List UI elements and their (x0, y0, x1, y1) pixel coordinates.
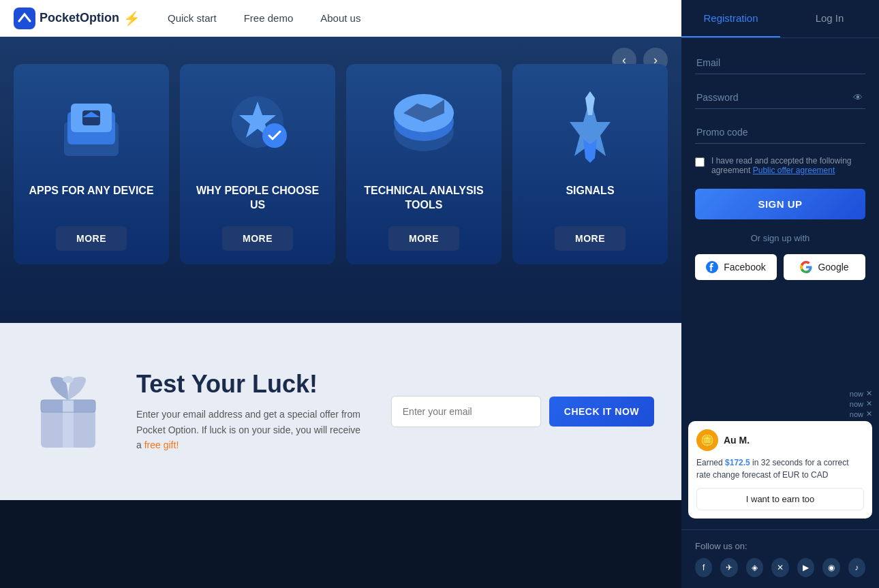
social-icon-tiktok[interactable]: ♪ (848, 558, 865, 577)
card-why-title: WHY PEOPLE CHOOSE US (191, 184, 324, 213)
facebook-label: Facebook (724, 262, 765, 273)
notif-time-2: now (850, 400, 863, 408)
agreement-text: I have read and accepted the following a… (711, 156, 865, 175)
luck-description: Enter your email address and get a speci… (136, 407, 364, 452)
tab-login[interactable]: Log In (780, 0, 879, 37)
luck-check-btn[interactable]: CHECK IT NOW (549, 397, 654, 427)
card-apps: APPS FOR ANY DEVICE MORE (14, 64, 169, 264)
auth-panel: Registration Log In 👁 I have read and ac… (681, 0, 879, 588)
cards-section: ‹ › APPS FOR ANY DEVICE MORE (0, 37, 681, 323)
luck-gift-image (27, 369, 109, 454)
luck-text: Test Your Luck! Enter your email address… (136, 370, 364, 452)
notif-amount: $172.5 (725, 458, 750, 467)
luck-title: Test Your Luck! (136, 370, 364, 399)
card-apps-btn[interactable]: MORE (56, 226, 127, 251)
notif-cta-btn[interactable]: I want to earn too (696, 488, 864, 510)
notif-close-2[interactable]: ✕ (866, 399, 872, 408)
google-icon (800, 261, 812, 273)
card-signals-btn[interactable]: MORE (555, 226, 626, 251)
notification-card: 🪙 Au M. Earned $172.5 in 32 seconds for … (688, 421, 872, 519)
notif-close-3[interactable]: ✕ (866, 409, 872, 418)
card-apps-title: APPS FOR ANY DEVICE (29, 184, 153, 198)
cards-grid: APPS FOR ANY DEVICE MORE WHY PEOPLE CHOO… (14, 50, 668, 264)
notification-area: now ✕ now ✕ now ✕ 🪙 Au M. Earned $172.5 … (681, 389, 879, 529)
luck-section: Test Your Luck! Enter your email address… (0, 323, 681, 500)
social-icon-discord[interactable]: ◉ (822, 558, 839, 577)
card-analysis-title: TECHNICAL ANALYSIS TOOLS (357, 184, 491, 213)
promo-input[interactable] (695, 121, 865, 144)
notif-username: Au M. (724, 435, 750, 446)
logo-text: PocketOption (40, 11, 119, 25)
agreement-checkbox[interactable] (695, 157, 705, 167)
email-input[interactable] (695, 52, 865, 74)
card-signals-icon (542, 78, 638, 173)
password-toggle-icon[interactable]: 👁 (853, 92, 863, 103)
agreement-link[interactable]: Public offer agreement (753, 166, 835, 175)
nav-quickstart[interactable]: Quick start (168, 12, 217, 24)
nav-freedemo[interactable]: Free demo (244, 12, 294, 24)
notif-row-3: now ✕ (688, 409, 872, 418)
notif-row-1: now ✕ (688, 389, 872, 398)
social-icons-row: f ✈ ◈ ✕ ▶ ◉ ♪ (695, 558, 865, 577)
luck-highlight: free gift! (144, 439, 179, 450)
follow-section: Follow us on: f ✈ ◈ ✕ ▶ ◉ ♪ (681, 529, 879, 588)
social-icon-telegram[interactable]: ✈ (720, 558, 737, 577)
promo-field (695, 121, 865, 144)
social-icon-instagram[interactable]: ◈ (746, 558, 763, 577)
svg-rect-0 (14, 7, 35, 29)
social-icon-youtube[interactable]: ▶ (797, 558, 814, 577)
card-signals-title: SIGNALS (566, 184, 614, 198)
auth-form: 👁 I have read and accepted the following… (681, 38, 879, 389)
notif-body: Earned $172.5 in 32 seconds for a correc… (696, 457, 864, 481)
main-content: ‹ › APPS FOR ANY DEVICE MORE (0, 37, 681, 500)
card-apps-icon (44, 78, 139, 173)
google-signin-btn[interactable]: Google (784, 254, 865, 280)
card-why-icon (210, 78, 305, 173)
signup-button[interactable]: SIGN UP (695, 189, 865, 219)
card-analysis: TECHNICAL ANALYSIS TOOLS MORE (346, 64, 502, 264)
tab-registration[interactable]: Registration (681, 0, 780, 37)
card-analysis-btn[interactable]: MORE (388, 226, 459, 251)
logo-bolt: ⚡ (123, 10, 140, 27)
notif-row-2: now ✕ (688, 399, 872, 408)
notif-time-3: now (850, 410, 863, 418)
card-signals: SIGNALS MORE (512, 64, 668, 264)
email-field (695, 52, 865, 74)
facebook-signin-btn[interactable]: Facebook (695, 254, 777, 280)
google-label: Google (818, 262, 848, 273)
logo[interactable]: PocketOption ⚡ (14, 7, 140, 29)
card-why: WHY PEOPLE CHOOSE US MORE (180, 64, 335, 264)
luck-form: CHECK IT NOW (391, 396, 654, 427)
auth-tabs: Registration Log In (681, 0, 879, 38)
social-icon-facebook[interactable]: f (695, 558, 712, 577)
or-divider: Or sign up with (695, 233, 865, 243)
facebook-icon (706, 261, 718, 273)
card-why-btn[interactable]: MORE (222, 226, 293, 251)
nav-about[interactable]: About us (320, 12, 360, 24)
card-analysis-icon (376, 78, 472, 173)
svg-rect-12 (63, 400, 74, 448)
notif-avatar: 🪙 (696, 429, 718, 451)
notif-card-top: 🪙 Au M. (696, 429, 864, 451)
notif-time-1: now (850, 390, 863, 398)
notif-close-1[interactable]: ✕ (866, 389, 872, 398)
social-icon-x[interactable]: ✕ (771, 558, 788, 577)
agreement-row: I have read and accepted the following a… (695, 156, 865, 175)
follow-label: Follow us on: (695, 541, 865, 551)
password-input[interactable] (695, 87, 865, 109)
password-field: 👁 (695, 87, 865, 109)
luck-email-input[interactable] (391, 396, 541, 427)
social-signin-btns: Facebook Google (695, 254, 865, 280)
svg-point-14 (63, 376, 74, 383)
